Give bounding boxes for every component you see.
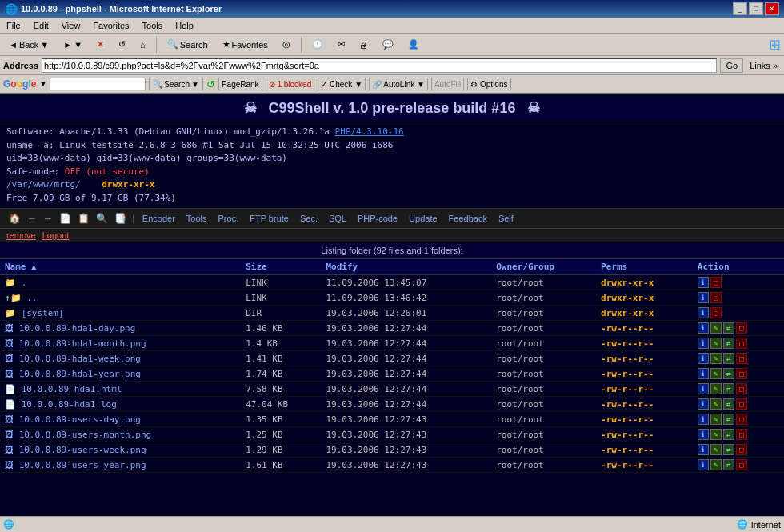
file-name-link[interactable]: [system] (22, 308, 64, 318)
print-button[interactable]: 🖨 (354, 38, 374, 52)
info-icon-btn[interactable]: ℹ (698, 383, 709, 394)
menu-edit[interactable]: Edit (30, 20, 52, 31)
nav-list-button[interactable]: 📑 (112, 212, 129, 225)
delete-icon-btn[interactable]: □ (736, 353, 747, 364)
delete-icon-btn[interactable]: □ (736, 383, 747, 394)
file-name-link[interactable]: .. (26, 293, 37, 303)
nav-copy-button[interactable]: 📋 (75, 212, 92, 225)
edit-icon-btn[interactable]: ✎ (710, 444, 722, 455)
address-input[interactable] (42, 58, 717, 73)
menu-help[interactable]: Help (172, 20, 197, 31)
info-icon-btn[interactable]: ℹ (698, 307, 709, 318)
info-icon-btn[interactable]: ℹ (698, 459, 709, 470)
menu-view[interactable]: View (58, 20, 84, 31)
delete-icon-btn[interactable]: □ (710, 277, 722, 288)
info-icon-btn[interactable]: ℹ (698, 368, 709, 379)
nav-tools-link[interactable]: Tools (182, 213, 212, 224)
copy-icon-btn[interactable]: ⇄ (723, 353, 734, 364)
nav-proc-link[interactable]: Proc. (214, 213, 244, 224)
copy-icon-btn[interactable]: ⇄ (723, 459, 734, 470)
remove-link[interactable]: remove (6, 230, 36, 240)
nav-home-button[interactable]: 🏠 (6, 212, 23, 225)
edit-icon-btn[interactable]: ✎ (710, 322, 722, 334)
info-icon-btn[interactable]: ℹ (698, 429, 709, 440)
delete-icon-btn[interactable]: □ (736, 459, 747, 470)
file-name-link[interactable]: 10.0.0.89-hda1.log (22, 399, 117, 410)
go-button[interactable]: Go (720, 58, 743, 73)
close-button[interactable]: ✕ (765, 2, 779, 15)
php-link[interactable]: PHP/4.3.10-16 (335, 126, 404, 137)
logout-link[interactable]: Logout (42, 230, 70, 240)
delete-icon-btn[interactable]: □ (736, 398, 747, 410)
copy-icon-btn[interactable]: ⇄ (723, 368, 734, 379)
nav-encoder-link[interactable]: Encoder (138, 213, 180, 224)
file-name-link[interactable]: 10.0.0.89-users-year.png (19, 460, 146, 470)
autofill-button[interactable]: AutoFill (431, 78, 464, 90)
delete-icon-btn[interactable]: □ (736, 338, 747, 349)
info-icon-btn[interactable]: ℹ (698, 398, 709, 410)
info-icon-btn[interactable]: ℹ (698, 292, 709, 303)
file-name-link[interactable]: 10.0.0.89-hda1.html (22, 384, 122, 394)
col-perms[interactable]: Perms (596, 259, 693, 275)
file-name-link[interactable]: 10.0.0.89-hda1-year.png (19, 369, 141, 379)
info-icon-btn[interactable]: ℹ (698, 353, 709, 364)
forward-button[interactable]: ► ▼ (58, 38, 88, 52)
google-search-button[interactable]: 🔍 Search ▼ (149, 78, 203, 90)
minimize-button[interactable]: _ (733, 2, 747, 15)
nav-feedback-link[interactable]: Feedback (444, 213, 492, 224)
col-modify[interactable]: Modify (321, 259, 491, 275)
info-icon-btn[interactable]: ℹ (698, 338, 709, 349)
pagerank-button[interactable]: PageRank (218, 78, 262, 90)
options-button[interactable]: ⚙ Options (467, 78, 510, 90)
copy-icon-btn[interactable]: ⇄ (723, 398, 734, 410)
file-name-link[interactable]: . (22, 278, 27, 288)
nav-sec-link[interactable]: Sec. (295, 213, 322, 224)
nav-self-link[interactable]: Self (494, 213, 518, 224)
edit-icon-btn[interactable]: ✎ (710, 459, 722, 470)
search-button[interactable]: 🔍 Search (162, 37, 214, 52)
blocked-button[interactable]: ⊘ 1 blocked (266, 78, 315, 90)
delete-icon-btn[interactable]: □ (736, 429, 747, 440)
nav-phpcode-link[interactable]: PHP-code (353, 213, 402, 224)
nav-sql-link[interactable]: SQL (324, 213, 351, 224)
delete-icon-btn[interactable]: □ (736, 444, 747, 455)
info-icon-btn[interactable]: ℹ (698, 414, 709, 425)
messenger-button[interactable]: 👤 (402, 37, 425, 52)
home-button[interactable]: ⌂ (134, 38, 151, 52)
info-icon-btn[interactable]: ℹ (698, 444, 709, 455)
edit-icon-btn[interactable]: ✎ (710, 398, 722, 410)
links-button[interactable]: Links » (746, 60, 781, 71)
delete-icon-btn[interactable]: □ (710, 292, 722, 303)
info-icon-btn[interactable]: ℹ (698, 277, 709, 288)
menu-file[interactable]: File (3, 20, 24, 31)
favorites-button[interactable]: ★ Favorites (217, 37, 274, 52)
refresh-button[interactable]: ↺ (113, 37, 131, 52)
file-name-link[interactable]: 10.0.0.89-users-day.png (19, 414, 141, 425)
check-button[interactable]: ✓ Check ▼ (318, 78, 366, 90)
nav-search-button[interactable]: 🔍 (94, 212, 110, 225)
google-search-input[interactable] (50, 78, 146, 90)
back-button[interactable]: ◄ Back ▼ (3, 38, 54, 52)
edit-icon-btn[interactable]: ✎ (710, 368, 722, 379)
edit-icon-btn[interactable]: ✎ (710, 383, 722, 394)
delete-icon-btn[interactable]: □ (736, 322, 747, 334)
col-owner[interactable]: Owner/Group (491, 259, 596, 275)
file-name-link[interactable]: 10.0.0.89-hda1-week.png (19, 354, 141, 364)
maximize-button[interactable]: □ (749, 2, 763, 15)
col-size[interactable]: Size (241, 259, 321, 275)
copy-icon-btn[interactable]: ⇄ (723, 338, 734, 349)
mail-button[interactable]: ✉ (332, 37, 350, 52)
delete-icon-btn[interactable]: □ (736, 368, 747, 379)
edit-icon-btn[interactable]: ✎ (710, 353, 722, 364)
path-value[interactable]: /var/www/mrtg/ (6, 179, 81, 190)
delete-icon-btn[interactable]: □ (736, 414, 747, 425)
file-name-link[interactable]: 10.0.0.89-users-week.png (19, 445, 146, 455)
menu-favorites[interactable]: Favorites (90, 20, 132, 31)
file-name-link[interactable]: 10.0.0.89-hda1-month.png (19, 338, 146, 349)
nav-forward-button[interactable]: → (41, 212, 55, 225)
edit-icon-btn[interactable]: ✎ (710, 414, 722, 425)
autolink-button[interactable]: 🔗 AutoLink ▼ (369, 78, 428, 90)
edit-icon-btn[interactable]: ✎ (710, 338, 722, 349)
file-name-link[interactable]: 10.0.0.89-users-month.png (19, 430, 152, 440)
history-button[interactable]: 🕐 (306, 37, 329, 52)
